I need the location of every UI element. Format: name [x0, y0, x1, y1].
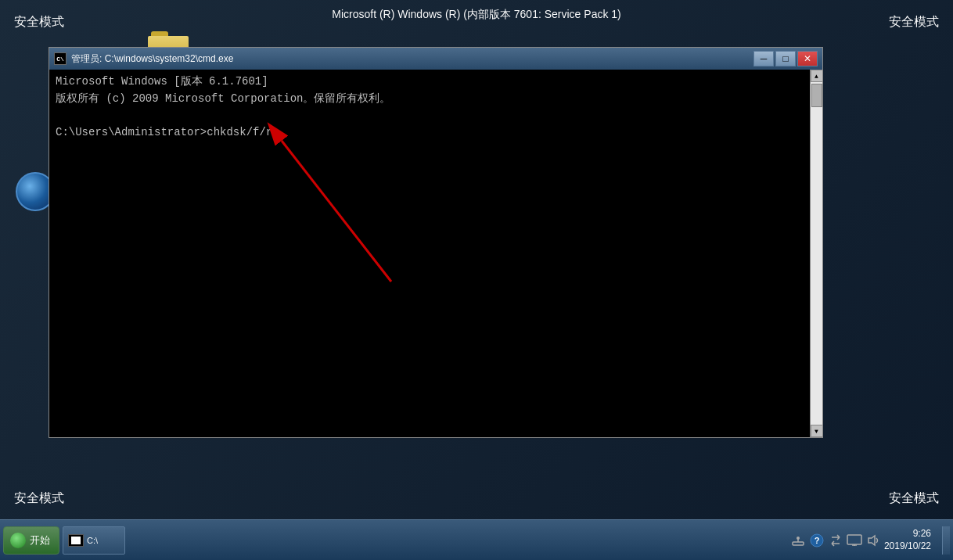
taskbar-item-text: C:\ — [87, 536, 98, 545]
top-bar-title: Microsoft (R) Windows (R) (内部版本 7601: Se… — [332, 8, 621, 22]
cmd-title-text: 管理员: C:\windows\system32\cmd.exe — [71, 52, 753, 66]
cmd-minimize-button[interactable]: ─ — [753, 51, 774, 66]
cmd-window: C\ 管理员: C:\windows\system32\cmd.exe ─ □ … — [49, 47, 823, 438]
speaker-tray-icon[interactable] — [865, 533, 881, 548]
cmd-maximize-button[interactable]: □ — [775, 51, 796, 66]
cmd-body: Microsoft Windows [版本 6.1.7601] 版权所有 (c)… — [49, 70, 822, 437]
cmd-line-2: 版权所有 (c) 2009 Microsoft Corporation。保留所有… — [56, 92, 804, 107]
scroll-track — [811, 82, 823, 425]
cmd-line-1: Microsoft Windows [版本 6.1.7601] — [56, 74, 804, 90]
svg-point-4 — [797, 537, 800, 540]
scroll-thumb[interactable] — [811, 84, 822, 107]
cmd-close-button[interactable]: ✕ — [797, 51, 818, 66]
safe-mode-top-right: 安全模式 — [889, 14, 939, 31]
display-tray-icon[interactable] — [847, 533, 862, 548]
show-desktop-button[interactable] — [942, 526, 950, 555]
cmd-titlebar: C\ 管理员: C:\windows\system32\cmd.exe ─ □ … — [49, 48, 822, 70]
system-tray: ? — [784, 528, 940, 552]
svg-text:?: ? — [815, 536, 820, 545]
taskbar-cmd-item[interactable]: C:\ — [63, 526, 125, 555]
cmd-content[interactable]: Microsoft Windows [版本 6.1.7601] 版权所有 (c)… — [49, 70, 810, 437]
cmd-scrollbar[interactable]: ▲ ▼ — [810, 70, 822, 437]
taskbar-cmd-icon-inner — [71, 537, 81, 544]
svg-marker-11 — [868, 536, 875, 545]
scroll-up-arrow[interactable]: ▲ — [811, 70, 823, 82]
help-tray-icon[interactable]: ? — [809, 533, 825, 548]
safe-mode-bottom-right: 安全模式 — [889, 490, 939, 507]
top-bar: Microsoft (R) Windows (R) (内部版本 7601: Se… — [0, 0, 953, 30]
svg-rect-2 — [793, 542, 804, 545]
cmd-controls: ─ □ ✕ — [753, 51, 818, 66]
cmd-window-icon: C\ — [54, 52, 67, 65]
svg-rect-8 — [849, 537, 860, 543]
sync-tray-icon[interactable] — [828, 533, 843, 548]
taskbar-cmd-icon — [68, 534, 84, 547]
clock-time: 9:26 — [884, 528, 931, 540]
desktop: Microsoft (R) Windows (R) (内部版本 7601: Se… — [0, 0, 953, 560]
cmd-line-3 — [56, 108, 804, 124]
network-tray-icon[interactable] — [790, 533, 806, 548]
clock-date: 2019/10/22 — [884, 540, 931, 553]
safe-mode-top-left: 安全模式 — [14, 14, 64, 31]
taskbar: 开始 C:\ ? — [0, 519, 953, 560]
start-label: 开始 — [30, 533, 50, 547]
scroll-down-arrow[interactable]: ▼ — [811, 425, 823, 437]
start-button[interactable]: 开始 — [3, 526, 59, 555]
start-orb-icon — [10, 533, 26, 548]
safe-mode-bottom-left: 安全模式 — [14, 490, 64, 507]
system-clock[interactable]: 9:26 2019/10/22 — [884, 528, 934, 552]
cmd-line-4: C:\Users\Administrator>chkdsk/f/r — [56, 125, 804, 141]
